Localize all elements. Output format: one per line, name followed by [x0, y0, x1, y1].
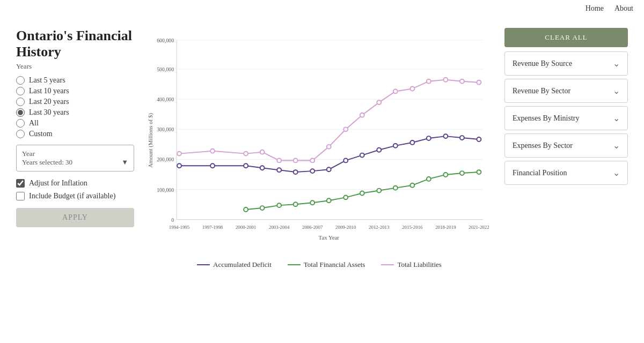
svg-text:200,000: 200,000	[157, 156, 174, 162]
home-link[interactable]: Home	[586, 4, 604, 13]
svg-text:2015-2016: 2015-2016	[402, 225, 423, 230]
adjust-inflation-checkbox[interactable]: Adjust for Inflation	[16, 179, 134, 188]
radio-custom[interactable]: Custom	[16, 130, 134, 138]
deficit-point	[360, 153, 364, 158]
clear-all-button[interactable]: CLEAR ALL	[504, 28, 628, 47]
dropdown-expenses-ministry-label: Expenses By Ministry	[513, 114, 579, 123]
years-label: Years	[16, 62, 134, 71]
deficit-point	[177, 163, 181, 168]
svg-text:500,000: 500,000	[157, 66, 174, 72]
about-link[interactable]: About	[614, 4, 633, 13]
liabilities-point	[277, 158, 281, 162]
adjust-inflation-label: Adjust for Inflation	[29, 179, 87, 188]
accumulated-deficit-line	[179, 136, 479, 172]
assets-point	[443, 173, 448, 177]
liabilities-point	[443, 78, 448, 82]
svg-text:100,000: 100,000	[157, 187, 174, 193]
dropdown-financial-position[interactable]: Financial Position ⌄	[504, 161, 628, 185]
assets-point	[360, 191, 364, 196]
navigation: Home About	[0, 0, 644, 17]
deficit-point	[327, 167, 331, 172]
svg-text:600,000: 600,000	[157, 38, 174, 43]
assets-point	[310, 200, 314, 205]
liabilities-point	[260, 150, 265, 154]
legend-assets: Total Financial Assets	[288, 260, 365, 269]
deficit-point	[427, 136, 431, 140]
dropdown-expenses-sector-label: Expenses By Sector	[513, 141, 573, 150]
dropdown-expenses-by-sector[interactable]: Expenses By Sector ⌄	[504, 133, 628, 158]
deficit-point	[477, 137, 481, 141]
assets-point	[477, 170, 481, 174]
svg-text:2009-2010: 2009-2010	[335, 225, 356, 230]
liabilities-point	[460, 79, 464, 84]
chevron-down-icon: ⌄	[613, 86, 620, 96]
legend-liabilities: Total Liabilities	[381, 260, 442, 269]
svg-text:1994-1995: 1994-1995	[169, 225, 190, 230]
dropdown-expenses-by-ministry[interactable]: Expenses By Ministry ⌄	[504, 106, 628, 130]
liabilities-point	[427, 79, 431, 84]
dropdown-revenue-sector-label: Revenue By Sector	[513, 87, 570, 95]
liabilities-point	[410, 87, 414, 91]
year-select-wrapper[interactable]: Year Years selected: 30 ▼	[16, 145, 134, 172]
liabilities-legend-line	[381, 264, 394, 265]
dropdown-revenue-by-source[interactable]: Revenue By Source ⌄	[504, 51, 628, 76]
liabilities-point	[210, 149, 215, 153]
deficit-point	[210, 163, 215, 168]
deficit-legend-label: Accumulated Deficit	[213, 260, 272, 269]
deficit-point	[460, 136, 464, 140]
dropdown-revenue-by-sector[interactable]: Revenue By Sector ⌄	[504, 79, 628, 103]
year-select-label: Year	[22, 150, 35, 158]
years-radio-group: Last 5 years Last 10 years Last 20 years…	[16, 76, 134, 138]
deficit-point	[393, 144, 398, 148]
deficit-legend-line	[197, 264, 210, 265]
chart-area: Amount (Millions of $) 0 100,000 200,000…	[145, 28, 494, 269]
assets-legend-line	[288, 264, 301, 265]
svg-text:300,000: 300,000	[157, 126, 174, 132]
radio-last5[interactable]: Last 5 years	[16, 76, 134, 85]
liabilities-point	[360, 113, 364, 117]
dropdown-financial-position-label: Financial Position	[513, 169, 567, 177]
main-chart: Amount (Millions of $) 0 100,000 200,000…	[145, 28, 494, 253]
assets-point	[327, 198, 331, 203]
include-budget-checkbox[interactable]: Include Budget (if available)	[16, 192, 134, 200]
deficit-point	[244, 163, 248, 168]
svg-text:2012-2013: 2012-2013	[369, 225, 390, 230]
radio-last20[interactable]: Last 20 years	[16, 98, 134, 106]
chevron-down-icon: ⌄	[613, 140, 620, 151]
deficit-point	[410, 140, 414, 145]
assets-point	[244, 207, 248, 212]
year-select-value: Years selected: 30	[22, 158, 72, 167]
deficit-point	[310, 169, 314, 173]
left-panel: Ontario's Financial History Years Last 5…	[16, 28, 134, 269]
assets-point	[377, 189, 381, 193]
svg-text:2021-2022: 2021-2022	[469, 225, 489, 230]
liabilities-point	[477, 80, 481, 85]
page-title: Ontario's Financial History	[16, 28, 134, 60]
chevron-down-icon: ⌄	[613, 58, 620, 69]
dropdown-revenue-source-label: Revenue By Source	[513, 59, 572, 68]
liabilities-point	[310, 158, 314, 162]
right-panel: CLEAR ALL Revenue By Source ⌄ Revenue By…	[504, 28, 628, 269]
liabilities-point	[177, 152, 181, 156]
svg-text:1997-1998: 1997-1998	[202, 225, 223, 230]
chart-wrapper: Amount (Millions of $) 0 100,000 200,000…	[145, 28, 494, 255]
deficit-point	[443, 134, 448, 138]
chevron-down-icon: ⌄	[613, 113, 620, 123]
liabilities-point	[377, 100, 381, 105]
liabilities-point	[343, 127, 348, 131]
assets-point	[427, 177, 431, 181]
liabilities-legend-label: Total Liabilities	[397, 260, 442, 269]
svg-text:Amount (Millions of $): Amount (Millions of $)	[147, 113, 154, 168]
include-budget-label: Include Budget (if available)	[29, 192, 115, 200]
radio-all[interactable]: All	[16, 119, 134, 128]
apply-button[interactable]: APPLY	[16, 208, 134, 227]
radio-last10[interactable]: Last 10 years	[16, 87, 134, 95]
svg-text:2003-2004: 2003-2004	[269, 225, 290, 230]
liabilities-point	[393, 89, 398, 93]
assets-point	[277, 203, 281, 207]
svg-text:2018-2019: 2018-2019	[435, 225, 456, 230]
assets-point	[260, 206, 265, 210]
radio-last30[interactable]: Last 30 years	[16, 108, 134, 117]
deficit-point	[260, 166, 265, 170]
year-select-arrow: ▼	[121, 158, 128, 167]
